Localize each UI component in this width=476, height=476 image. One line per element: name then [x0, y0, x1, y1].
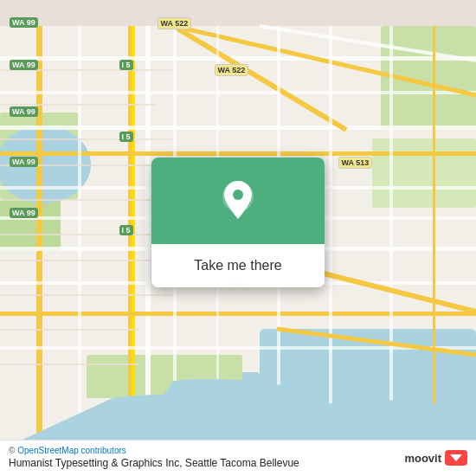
moovit-logo: moovit	[404, 448, 467, 467]
bottom-bar: © OpenStreetMap contributors Humanist Ty…	[0, 440, 476, 476]
popup-card: Take me there	[151, 158, 325, 287]
moovit-text: moovit	[404, 452, 441, 465]
road-label-wa522-1: WA 522	[158, 17, 192, 29]
road-label-wa513-1: WA 513	[338, 157, 373, 169]
road-label-wa522-2: WA 522	[215, 64, 249, 76]
svg-point-46	[233, 190, 243, 200]
map-container: WA 99 WA 99 WA 99 WA 99 WA 99 WA 522 WA …	[0, 0, 476, 476]
road-label-wa99-5: WA 99	[10, 208, 38, 218]
moovit-icon	[445, 448, 467, 467]
copyright-line: © OpenStreetMap contributors	[9, 446, 467, 455]
road-label-wa99-3: WA 99	[10, 106, 38, 117]
road-label-i5-2: I 5	[119, 132, 133, 142]
copyright-symbol: ©	[9, 446, 15, 455]
road-label-wa99-2: WA 99	[10, 60, 38, 70]
road-label-wa99-4: WA 99	[10, 157, 38, 167]
road-label-wa99-1: WA 99	[10, 17, 38, 28]
popup-button-area: Take me there	[151, 244, 325, 287]
popup-map-area	[151, 158, 325, 244]
location-text: Humanist Typesetting & Graphics Inc, Sea…	[9, 457, 299, 469]
road-label-i5-1: I 5	[119, 60, 133, 70]
popup-triangle	[229, 286, 247, 287]
location-pin-icon	[221, 179, 255, 222]
road-label-i5-3: I 5	[119, 225, 133, 235]
openstreetmap-link[interactable]: OpenStreetMap contributors	[17, 446, 126, 455]
take-me-there-button[interactable]: Take me there	[165, 254, 311, 277]
